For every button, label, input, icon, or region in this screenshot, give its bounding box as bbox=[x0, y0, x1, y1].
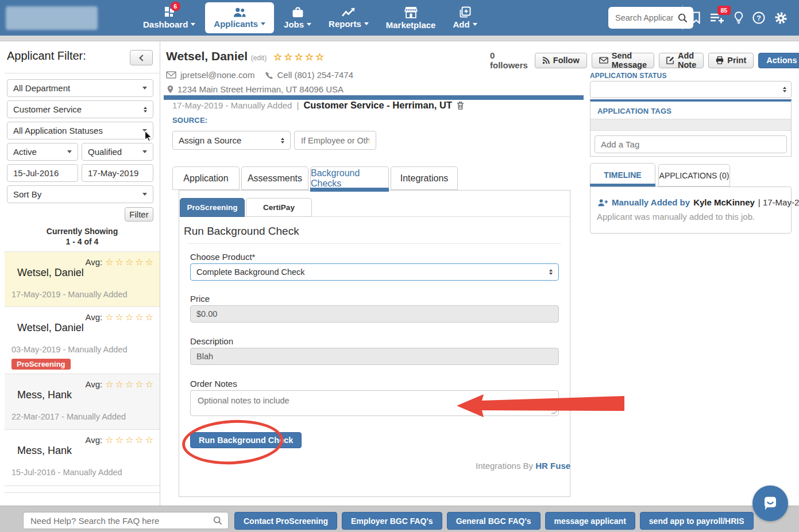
divider bbox=[5, 73, 160, 73]
chat-widget-button[interactable] bbox=[752, 486, 788, 521]
applicant-row-1[interactable]: Avg:☆☆☆☆☆ Wetsel, Daniel 17-May-2019 - M… bbox=[5, 251, 160, 306]
general-bgc-faq-button[interactable]: General BGC FAQ's bbox=[447, 512, 541, 530]
applicant-name[interactable]: Wetsel, Daniel bbox=[17, 322, 84, 334]
collapse-sidebar-button[interactable] bbox=[130, 50, 153, 65]
add-tag-input[interactable] bbox=[595, 135, 787, 153]
applicant-meta: 15-Jul-2016 - Manually Added bbox=[11, 468, 122, 477]
sidebar-title: Applicant Filter: bbox=[7, 49, 86, 63]
trash-icon[interactable] bbox=[457, 101, 464, 110]
applicants-icon bbox=[232, 7, 247, 17]
message-applicant-button[interactable]: message applicant bbox=[545, 512, 635, 530]
app-logo bbox=[6, 6, 98, 30]
nav-applicants[interactable]: Applicants bbox=[205, 2, 274, 33]
order-notes-input[interactable] bbox=[196, 395, 553, 411]
nav-marketplace[interactable]: Marketplace bbox=[377, 0, 445, 36]
chevron-down-icon bbox=[473, 23, 477, 26]
applicant-rating-stars[interactable]: ☆☆☆☆☆ bbox=[273, 52, 326, 63]
tab-applications[interactable]: APPLICATIONS (0) bbox=[658, 164, 730, 187]
filter-button[interactable]: Filter bbox=[125, 207, 153, 222]
sort-by-select[interactable]: Sort By bbox=[7, 185, 153, 203]
hr-fuse-link[interactable]: HR Fuse bbox=[535, 461, 570, 471]
avg-label: Avg: bbox=[86, 379, 103, 389]
integrations-credit: Integrations By HR Fuse bbox=[476, 461, 570, 471]
footer-bar: Contact ProScreening Employer BGC FAQ's … bbox=[0, 506, 799, 532]
search-icon[interactable] bbox=[213, 516, 222, 525]
qualified-select[interactable]: Qualified bbox=[82, 143, 153, 161]
active-select[interactable]: Active bbox=[7, 143, 78, 161]
application-status-label: APPLICATION STATUS bbox=[590, 72, 667, 80]
source-select-value: Assign a Source bbox=[179, 135, 241, 145]
nav-dashboard[interactable]: 6 Dashboard bbox=[134, 0, 204, 36]
date-from-input[interactable]: 15-Jul-2016 bbox=[7, 164, 78, 182]
actions-button[interactable]: Actions bbox=[758, 53, 799, 68]
status-select-value: All Application Statuses bbox=[13, 126, 103, 135]
rating-stars[interactable]: ☆☆☆☆☆ bbox=[105, 257, 155, 267]
faq-search-input[interactable] bbox=[29, 515, 209, 526]
applicant-name[interactable]: Mess, Hank bbox=[17, 445, 72, 457]
employer-bgc-faq-button[interactable]: Employer BGC FAQ's bbox=[342, 512, 442, 530]
source-select[interactable]: Assign a Source bbox=[172, 131, 291, 150]
address-row: 1234 Main Street Herriman, UT 84096 USA bbox=[167, 84, 343, 94]
gear-icon[interactable] bbox=[774, 11, 788, 25]
product-select[interactable]: Complete Background Check bbox=[190, 263, 559, 281]
status-select[interactable]: All Application Statuses bbox=[7, 122, 153, 139]
applicant-row-4[interactable]: Avg:☆☆☆☆☆ Mess, Hank 15-Jul-2016 - Manua… bbox=[5, 429, 160, 486]
follow-button[interactable]: Follow bbox=[535, 53, 587, 68]
tab-certipay[interactable]: CertiPay bbox=[246, 198, 312, 217]
nav-shadow-strip bbox=[0, 36, 799, 41]
chat-bubble-icon bbox=[762, 495, 779, 512]
divider bbox=[5, 486, 160, 486]
queue-add-icon[interactable]: 85 bbox=[710, 11, 725, 24]
contact-proscreening-button[interactable]: Contact ProScreening bbox=[234, 512, 337, 530]
nav-reports[interactable]: Reports bbox=[320, 0, 377, 36]
description-label: Description bbox=[190, 336, 233, 346]
department-select[interactable]: All Department bbox=[7, 79, 153, 97]
applicant-name[interactable]: Wetsel, Daniel bbox=[17, 267, 84, 279]
nav-jobs[interactable]: Jobs bbox=[275, 0, 320, 36]
print-button[interactable]: Print bbox=[708, 53, 754, 68]
rating-stars[interactable]: ☆☆☆☆☆ bbox=[105, 379, 155, 390]
tab-integrations[interactable]: Integrations bbox=[391, 166, 458, 190]
job-row-title: Customer Service - Herriman, UT bbox=[303, 100, 452, 111]
applicant-name[interactable]: Mess, Hank bbox=[17, 389, 72, 401]
divider bbox=[188, 243, 561, 244]
bookmark-icon[interactable] bbox=[692, 11, 701, 24]
nav-jobs-label: Jobs bbox=[284, 20, 304, 29]
run-background-check-button[interactable]: Run Background Check bbox=[190, 432, 302, 448]
applicant-row-2[interactable]: Avg:☆☆☆☆☆ Wetsel, Daniel 03-May-2019 - M… bbox=[5, 306, 160, 374]
phone-icon bbox=[265, 71, 273, 79]
help-icon[interactable]: ? bbox=[752, 11, 765, 24]
add-note-label: Add Note bbox=[678, 51, 696, 69]
send-message-button[interactable]: Send Message bbox=[592, 53, 654, 68]
tab-timeline[interactable]: TIMELINE bbox=[590, 163, 655, 187]
timeline-entry-date: | 17-May-2019 bbox=[758, 197, 799, 207]
lightbulb-icon[interactable] bbox=[734, 11, 743, 25]
footer-button-label: send app to payroll/HRIS bbox=[649, 517, 744, 526]
nav-add[interactable]: Add bbox=[444, 0, 485, 36]
add-note-button[interactable]: Add Note bbox=[659, 53, 704, 68]
source-other-input[interactable] bbox=[300, 135, 370, 146]
product-label: Choose Product* bbox=[190, 252, 255, 262]
applicant-row-3[interactable]: Avg:☆☆☆☆☆ Mess, Hank 22-Mar-2017 - Manua… bbox=[5, 374, 160, 429]
job-select[interactable]: Customer Service bbox=[7, 100, 153, 118]
job-row-meta: 17-May-2019 - Manually Added bbox=[172, 100, 292, 110]
tab-background-checks[interactable]: Background Checks bbox=[310, 166, 389, 190]
footer-buttons: Contact ProScreening Employer BGC FAQ's … bbox=[234, 512, 754, 530]
application-status-select[interactable] bbox=[590, 81, 792, 98]
send-to-payroll-button[interactable]: send app to payroll/HRIS bbox=[640, 512, 754, 530]
tab-proscreening[interactable]: ProScreening bbox=[180, 198, 245, 217]
rating-stars[interactable]: ☆☆☆☆☆ bbox=[105, 312, 155, 323]
svg-text:?: ? bbox=[756, 14, 761, 22]
tab-certipay-label: CertiPay bbox=[263, 203, 295, 212]
date-to-input[interactable]: 17-May-2019 bbox=[82, 164, 153, 182]
tab-assessments[interactable]: Assessments bbox=[241, 166, 308, 190]
notifications-badge: 85 bbox=[717, 6, 731, 15]
applicant-email[interactable]: jpretsel@none.com bbox=[180, 70, 254, 80]
search-input[interactable] bbox=[614, 13, 674, 23]
tab-timeline-label: TIMELINE bbox=[604, 170, 641, 180]
edit-link[interactable]: (edit) bbox=[251, 54, 267, 62]
rating-stars[interactable]: ☆☆☆☆☆ bbox=[105, 434, 155, 445]
sort-by-value: Sort By bbox=[13, 189, 41, 199]
footer-button-label: General BGC FAQ's bbox=[456, 517, 531, 526]
tab-application[interactable]: Application bbox=[172, 166, 240, 190]
